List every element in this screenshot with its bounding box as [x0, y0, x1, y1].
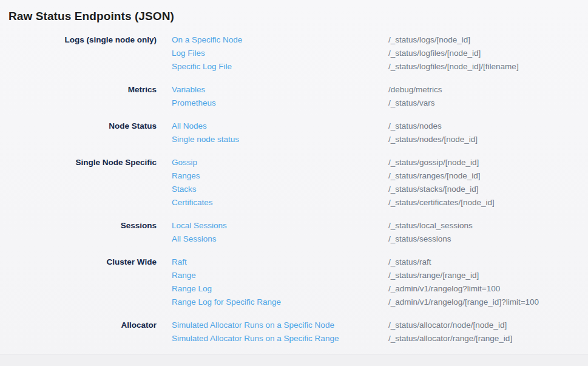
- category-column: Allocator: [8, 319, 157, 345]
- endpoint-path: /_status/logfiles/[node_id]: [388, 47, 580, 60]
- links-column: On a Specific NodeLog FilesSpecific Log …: [157, 33, 388, 73]
- category-column: Sessions: [8, 219, 157, 246]
- endpoint-section: Node Status All NodesSingle node status …: [8, 120, 580, 146]
- links-column: GossipRangesStacksCertificates: [157, 156, 388, 209]
- endpoint-section: Sessions Local SessionsAll Sessions /_st…: [8, 219, 580, 246]
- category-label: Metrics: [8, 83, 157, 97]
- endpoint-link[interactable]: Gossip: [172, 156, 388, 169]
- category-label: Node Status: [8, 120, 157, 133]
- links-column: All NodesSingle node status: [157, 120, 388, 146]
- endpoint-path: /_status/vars: [388, 97, 580, 110]
- endpoint-path: /_status/sessions: [388, 232, 580, 246]
- endpoint-path: /_status/allocator/range/[range_id]: [388, 332, 580, 345]
- page-title: Raw Status Endpoints (JSON): [8, 8, 580, 25]
- endpoint-link[interactable]: Ranges: [172, 169, 388, 183]
- endpoint-section: Metrics VariablesPrometheus /debug/metri…: [8, 83, 580, 110]
- endpoint-link[interactable]: Single node status: [172, 133, 388, 146]
- endpoint-link[interactable]: Stacks: [172, 183, 388, 196]
- endpoint-path: /_status/allocator/node/[node_id]: [388, 319, 580, 332]
- links-column: Simulated Allocator Runs on a Specific N…: [157, 319, 388, 345]
- bottom-strip: [0, 354, 588, 366]
- endpoint-section: Single Node Specific GossipRangesStacksC…: [8, 156, 580, 209]
- endpoint-path: /_admin/v1/rangelog/[range_id]?limit=100: [388, 296, 580, 309]
- endpoint-path: /_status/stacks/[node_id]: [388, 183, 580, 196]
- category-column: Metrics: [8, 83, 157, 110]
- links-column: RaftRangeRange LogRange Log for Specific…: [157, 256, 388, 309]
- endpoint-path: /_status/logfiles/[node_id]/[filename]: [388, 60, 580, 73]
- endpoint-path: /_status/logs/[node_id]: [388, 33, 580, 47]
- paths-column: /_status/gossip/[node_id]/_status/ranges…: [388, 156, 580, 209]
- category-label: Cluster Wide: [8, 256, 157, 269]
- endpoint-link[interactable]: All Nodes: [172, 120, 388, 133]
- endpoint-path: /_status/local_sessions: [388, 219, 580, 232]
- endpoint-link[interactable]: Specific Log File: [172, 60, 388, 73]
- endpoint-link[interactable]: Variables: [172, 83, 388, 97]
- endpoint-path: /_status/raft: [388, 256, 580, 269]
- endpoint-link[interactable]: Local Sessions: [172, 219, 388, 232]
- endpoint-path: /_status/nodes: [388, 120, 580, 133]
- endpoint-link[interactable]: Range Log for Specific Range: [172, 296, 388, 309]
- endpoint-link[interactable]: Simulated Allocator Runs on a Specific N…: [172, 319, 388, 332]
- category-label: Logs (single node only): [8, 33, 157, 47]
- endpoint-link[interactable]: Prometheus: [172, 97, 388, 110]
- links-column: VariablesPrometheus: [157, 83, 388, 110]
- endpoint-section: Allocator Simulated Allocator Runs on a …: [8, 319, 580, 345]
- category-label: Sessions: [8, 219, 157, 232]
- endpoint-path: /_status/ranges/[node_id]: [388, 169, 580, 183]
- endpoint-path: /_status/certificates/[node_id]: [388, 196, 580, 209]
- endpoint-path: /_status/nodes/[node_id]: [388, 133, 580, 146]
- endpoint-path: /debug/metrics: [388, 83, 580, 97]
- category-label: Single Node Specific: [8, 156, 157, 169]
- endpoint-link[interactable]: Range: [172, 269, 388, 282]
- paths-column: /debug/metrics/_status/vars: [388, 83, 580, 110]
- endpoint-section: Cluster Wide RaftRangeRange LogRange Log…: [8, 256, 580, 309]
- paths-column: /_status/raft/_status/range/[range_id]/_…: [388, 256, 580, 309]
- endpoint-path: /_status/range/[range_id]: [388, 269, 580, 282]
- category-column: Node Status: [8, 120, 157, 146]
- endpoint-link[interactable]: Raft: [172, 256, 388, 269]
- category-column: Logs (single node only): [8, 33, 157, 73]
- category-column: Cluster Wide: [8, 256, 157, 309]
- links-column: Local SessionsAll Sessions: [157, 219, 388, 246]
- paths-column: /_status/local_sessions/_status/sessions: [388, 219, 580, 246]
- endpoint-path: /_status/gossip/[node_id]: [388, 156, 580, 169]
- endpoint-section: Logs (single node only) On a Specific No…: [8, 33, 580, 73]
- endpoint-link[interactable]: Range Log: [172, 282, 388, 296]
- endpoint-link[interactable]: Simulated Allocator Runs on a Specific R…: [172, 332, 388, 345]
- category-label: Allocator: [8, 319, 157, 332]
- endpoint-path: /_admin/v1/rangelog?limit=100: [388, 282, 580, 296]
- endpoint-link[interactable]: Certificates: [172, 196, 388, 209]
- paths-column: /_status/nodes/_status/nodes/[node_id]: [388, 120, 580, 146]
- endpoint-link[interactable]: Log Files: [172, 47, 388, 60]
- debug-endpoints-page: Raw Status Endpoints (JSON) Logs (single…: [0, 0, 588, 345]
- endpoint-link[interactable]: All Sessions: [172, 232, 388, 246]
- category-column: Single Node Specific: [8, 156, 157, 209]
- endpoint-link[interactable]: On a Specific Node: [172, 33, 388, 47]
- paths-column: /_status/logs/[node_id]/_status/logfiles…: [388, 33, 580, 73]
- endpoint-sections: Logs (single node only) On a Specific No…: [8, 33, 580, 345]
- paths-column: /_status/allocator/node/[node_id]/_statu…: [388, 319, 580, 345]
